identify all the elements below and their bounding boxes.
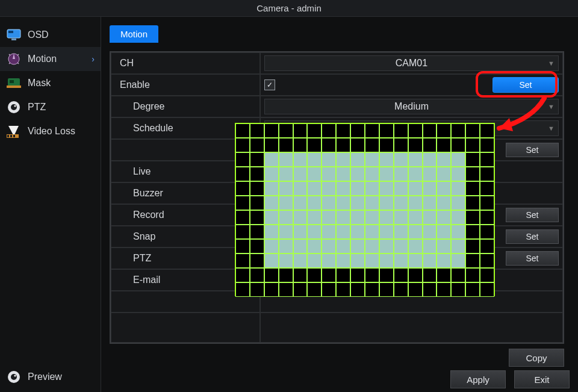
motion-cell[interactable] [408,123,423,138]
set-ptz-button[interactable]: Set [506,251,559,266]
motion-cell[interactable] [423,268,437,282]
motion-cell[interactable] [365,181,379,196]
motion-cell[interactable] [480,225,494,239]
motion-cell[interactable] [365,210,379,225]
motion-cell[interactable] [250,138,264,152]
motion-cell[interactable] [307,152,322,167]
motion-cell[interactable] [465,196,480,210]
motion-cell[interactable] [465,210,480,225]
motion-cell[interactable] [465,282,480,297]
motion-cell[interactable] [279,239,293,254]
motion-cell[interactable] [437,152,451,167]
motion-cell[interactable] [293,138,308,152]
motion-cell[interactable] [235,196,250,210]
motion-cell[interactable] [279,268,293,282]
set-schedule-button[interactable]: Set [506,143,559,157]
motion-cell[interactable] [322,167,336,181]
motion-cell[interactable] [465,152,480,167]
motion-cell[interactable] [307,196,322,210]
motion-cell[interactable] [480,138,494,152]
sidebar-item-ptz[interactable]: PTZ [0,95,101,119]
motion-cell[interactable] [307,254,322,268]
motion-cell[interactable] [279,225,293,239]
motion-cell[interactable] [293,152,308,167]
motion-cell[interactable] [451,138,465,152]
motion-cell[interactable] [264,196,279,210]
motion-cell[interactable] [379,138,394,152]
motion-cell[interactable] [365,138,379,152]
motion-cell[interactable] [322,282,336,297]
motion-cell[interactable] [365,123,379,138]
motion-cell[interactable] [350,268,365,282]
motion-cell[interactable] [250,282,264,297]
motion-cell[interactable] [437,181,451,196]
motion-cell[interactable] [264,239,279,254]
motion-cell[interactable] [451,239,465,254]
motion-cell[interactable] [465,225,480,239]
motion-cell[interactable] [336,282,350,297]
motion-cell[interactable] [350,167,365,181]
motion-cell[interactable] [365,225,379,239]
motion-cell[interactable] [379,123,394,138]
motion-cell[interactable] [307,282,322,297]
motion-cell[interactable] [451,181,465,196]
motion-cell[interactable] [336,138,350,152]
motion-cell[interactable] [350,181,365,196]
motion-cell[interactable] [235,225,250,239]
motion-cell[interactable] [408,167,423,181]
motion-cell[interactable] [480,123,494,138]
motion-cell[interactable] [408,282,423,297]
motion-cell[interactable] [293,123,308,138]
motion-cell[interactable] [465,138,480,152]
motion-cell[interactable] [293,210,308,225]
motion-cell[interactable] [307,268,322,282]
motion-cell[interactable] [394,225,408,239]
select-ch[interactable]: CAM01 ▼ [264,55,559,71]
motion-cell[interactable] [235,268,250,282]
motion-cell[interactable] [235,152,250,167]
motion-cell[interactable] [264,181,279,196]
motion-cell[interactable] [307,123,322,138]
motion-cell[interactable] [423,254,437,268]
motion-cell[interactable] [235,239,250,254]
motion-cell[interactable] [293,254,308,268]
motion-cell[interactable] [437,268,451,282]
motion-cell[interactable] [336,123,350,138]
motion-cell[interactable] [235,138,250,152]
motion-cell[interactable] [437,196,451,210]
motion-cell[interactable] [394,123,408,138]
motion-cell[interactable] [307,225,322,239]
motion-cell[interactable] [423,239,437,254]
motion-cell[interactable] [480,210,494,225]
set-record-button[interactable]: Set [506,208,559,222]
motion-cell[interactable] [322,225,336,239]
motion-cell[interactable] [423,282,437,297]
motion-cell[interactable] [293,181,308,196]
motion-cell[interactable] [350,239,365,254]
motion-cell[interactable] [307,167,322,181]
motion-cell[interactable] [408,138,423,152]
motion-cell[interactable] [336,152,350,167]
motion-cell[interactable] [350,138,365,152]
motion-cell[interactable] [250,225,264,239]
motion-cell[interactable] [350,282,365,297]
motion-cell[interactable] [322,268,336,282]
motion-cell[interactable] [350,225,365,239]
motion-cell[interactable] [379,152,394,167]
motion-cell[interactable] [322,196,336,210]
motion-cell[interactable] [279,196,293,210]
motion-cell[interactable] [264,282,279,297]
motion-cell[interactable] [322,210,336,225]
motion-cell[interactable] [235,282,250,297]
motion-cell[interactable] [250,254,264,268]
motion-cell[interactable] [451,254,465,268]
motion-cell[interactable] [423,138,437,152]
motion-cell[interactable] [264,254,279,268]
motion-cell[interactable] [465,123,480,138]
motion-cell[interactable] [465,268,480,282]
motion-cell[interactable] [250,167,264,181]
motion-cell[interactable] [350,123,365,138]
motion-cell[interactable] [336,225,350,239]
motion-cell[interactable] [379,181,394,196]
motion-cell[interactable] [465,167,480,181]
